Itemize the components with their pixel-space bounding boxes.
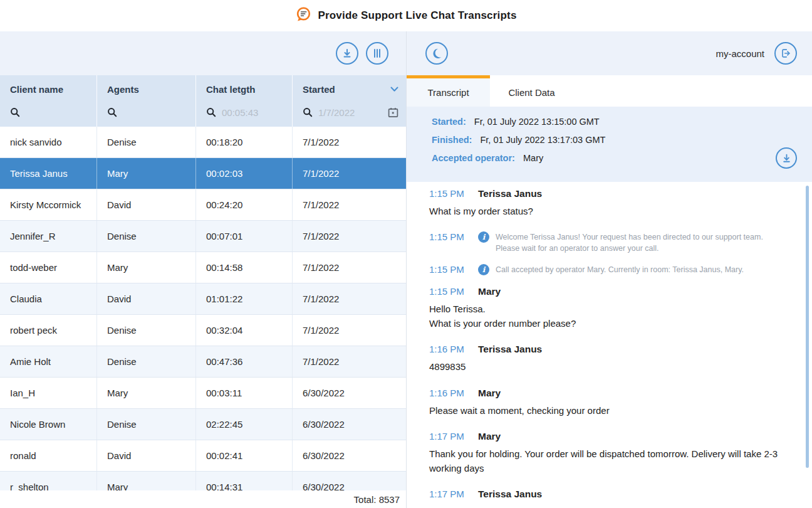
chat-message: 1:15 PMTerissa JanusWhat is my order sta…: [429, 188, 787, 218]
app-header: Provide Support Live Chat Transcripts: [0, 0, 812, 31]
message-time: 1:15 PM: [429, 264, 464, 275]
message-header: 1:16 PMMary: [429, 388, 787, 399]
column-header-agents[interactable]: Agents: [97, 75, 196, 103]
system-message: 1:15 PMiWelcome Terissa Janus! Your requ…: [429, 231, 787, 254]
table-footer: Total: 8537: [0, 490, 406, 508]
table-search-row: 00:05:431/7/2022: [0, 103, 406, 127]
total-count: Total: 8537: [354, 494, 400, 505]
transcript-download-button[interactable]: [776, 147, 797, 169]
cell-agent: David: [97, 189, 196, 220]
cell-chat-length: 00:18:20: [196, 127, 293, 157]
column-label: Chat letgth: [206, 84, 255, 95]
main-content: Client nameAgentsChat letgthStarted 00:0…: [0, 31, 812, 508]
table-row[interactable]: Nicole BrownDenise02:22:456/30/2022: [0, 409, 406, 440]
cell-agent: Denise: [97, 315, 196, 346]
cell-started: 7/1/2022: [293, 252, 406, 283]
dark-mode-button[interactable]: [425, 42, 448, 65]
table-row[interactable]: Amie HoltDenise00:47:367/1/2022: [0, 346, 406, 378]
message-body: What is my order status?: [429, 204, 787, 218]
cell-started: 7/1/2022: [293, 158, 406, 189]
meta-started: Started: Fr, 01 July 2022 13:15:00 GMT: [432, 117, 605, 127]
table-row[interactable]: nick sanvidoDenise00:18:207/1/2022: [0, 127, 406, 158]
message-time: 1:16 PM: [429, 344, 464, 354]
cell-client-name: todd-weber: [0, 252, 97, 283]
table-row[interactable]: Jennifer_RDenise00:07:017/1/2022: [0, 221, 406, 252]
meta-finished-value: Fr, 01 July 2022 13:17:03 GMT: [480, 135, 605, 145]
system-message-content: iWelcome Terissa Janus! Your request has…: [478, 231, 787, 254]
tab-client-data[interactable]: Client Data: [490, 75, 573, 107]
table-row[interactable]: ronaldDavid00:02:416/30/2022: [0, 440, 406, 472]
search-icon: [107, 107, 117, 117]
cell-client-name: Amie Holt: [0, 346, 97, 377]
cell-chat-length: 00:47:36: [196, 346, 293, 377]
meta-operator-value: Mary: [523, 153, 543, 163]
table-header-row: Client nameAgentsChat letgthStarted: [0, 75, 406, 103]
message-line: What is your order number please?: [429, 316, 787, 331]
cell-agent: Mary: [97, 158, 196, 189]
message-time: 1:15 PM: [429, 188, 464, 199]
column-header-started[interactable]: Started: [293, 75, 406, 103]
export-download-button[interactable]: [336, 42, 358, 65]
message-line: Thank you for holding. Your order will b…: [429, 447, 787, 476]
cell-started: 7/1/2022: [293, 346, 406, 377]
table-row[interactable]: ClaudiaDavid01:01:227/1/2022: [0, 283, 406, 315]
cell-agent: Mary: [97, 252, 196, 283]
message-time: 1:15 PM: [429, 231, 464, 242]
calendar-icon[interactable]: [388, 107, 398, 118]
search-filter-chat-letgth[interactable]: 00:05:43: [196, 103, 293, 127]
message-line: Please wait a moment, checking your orde…: [429, 403, 787, 418]
chat-scrollbar[interactable]: [806, 186, 809, 468]
cell-started: 6/30/2022: [293, 472, 406, 490]
system-message-text: Call accepted by operator Mary. Currentl…: [496, 264, 744, 276]
table-row[interactable]: Ian_HMary00:03:116/30/2022: [0, 378, 406, 409]
table-body: nick sanvidoDenise00:18:207/1/2022Teriss…: [0, 127, 406, 490]
column-label: Client name: [10, 84, 63, 95]
search-filter-started[interactable]: 1/7/2022: [293, 103, 406, 127]
cell-chat-length: 00:03:11: [196, 378, 293, 408]
message-author: Terissa Janus: [478, 344, 542, 355]
account-area: my-account: [716, 42, 797, 65]
cell-agent: Mary: [97, 378, 196, 408]
meta-started-value: Fr, 01 July 2022 13:15:00 GMT: [474, 117, 600, 127]
system-message-text: Welcome Terissa Janus! Your request has …: [496, 231, 787, 254]
cell-agent: David: [97, 283, 196, 314]
table-row[interactable]: robert peckDenise00:32:047/1/2022: [0, 315, 406, 346]
cell-started: 7/1/2022: [293, 221, 406, 251]
cell-started: 7/1/2022: [293, 189, 406, 220]
cell-chat-length: 00:02:41: [196, 440, 293, 471]
chat-message: 1:15 PMMaryHello Terissa.What is your or…: [429, 286, 787, 331]
search-placeholder[interactable]: 00:05:43: [222, 107, 284, 118]
cell-client-name: Claudia: [0, 283, 97, 314]
transcript-panel: my-account Transcript Client Data: [406, 31, 812, 508]
cell-started: 6/30/2022: [293, 378, 406, 408]
column-header-client-name[interactable]: Client name: [0, 75, 97, 103]
message-body: Thank you Mary: [429, 504, 787, 508]
meta-started-label: Started:: [432, 117, 466, 127]
chat-message: 1:16 PMTerissa Janus4899835: [429, 344, 787, 374]
message-time: 1:15 PM: [429, 286, 464, 297]
transcripts-panel: Client nameAgentsChat letgthStarted 00:0…: [0, 31, 406, 508]
sort-desc-icon[interactable]: [390, 87, 398, 92]
table-row[interactable]: r_sheltonMary00:14:316/30/2022: [0, 472, 406, 490]
cell-agent: David: [97, 440, 196, 471]
search-placeholder[interactable]: 1/7/2022: [318, 107, 382, 118]
columns-settings-button[interactable]: [366, 42, 388, 65]
transcript-meta-rows: Started: Fr, 01 July 2022 13:15:00 GMT F…: [432, 117, 605, 182]
message-time: 1:17 PM: [429, 489, 464, 499]
table-toolbar: [0, 31, 406, 75]
cell-chat-length: 00:07:01: [196, 221, 293, 251]
table-row[interactable]: todd-weberMary00:14:587/1/2022: [0, 252, 406, 283]
chat-message: 1:17 PMTerissa JanusThank you Mary: [429, 489, 787, 508]
tab-transcript[interactable]: Transcript: [407, 75, 490, 107]
table-row[interactable]: Terissa JanusMary00:02:037/1/2022: [0, 158, 406, 189]
search-filter-client-name[interactable]: [0, 103, 97, 127]
cell-client-name: Kirsty Mccormick: [0, 189, 97, 220]
message-author: Terissa Janus: [478, 188, 542, 199]
chat-message: 1:16 PMMaryPlease wait a moment, checkin…: [429, 388, 787, 418]
cell-started: 7/1/2022: [293, 127, 406, 157]
search-filter-agents[interactable]: [97, 103, 196, 127]
message-body: 4899835: [429, 359, 787, 374]
logout-button[interactable]: [774, 42, 797, 65]
table-row[interactable]: Kirsty MccormickDavid00:24:207/1/2022: [0, 189, 406, 221]
column-header-chat-letgth[interactable]: Chat letgth: [196, 75, 293, 103]
